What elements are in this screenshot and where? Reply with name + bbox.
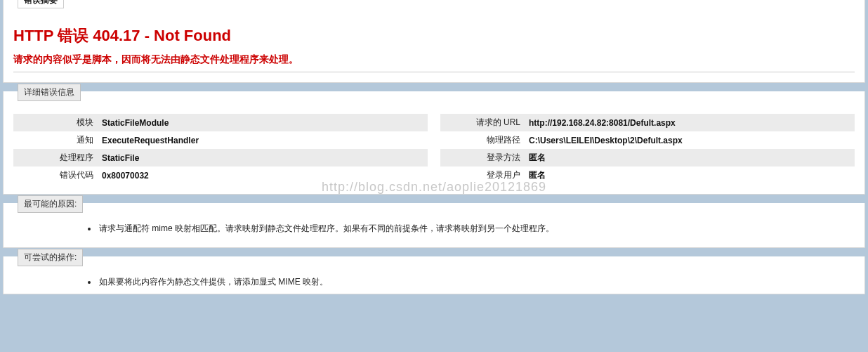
value-notification: ExecuteRequestHandler (98, 131, 428, 149)
label-login-method: 登录方法 (440, 149, 525, 167)
label-errcode: 错误代码 (13, 167, 98, 184)
table-row: 模块StaticFileModule (13, 114, 428, 131)
value-handler: StaticFile (98, 149, 428, 167)
list-item: 请求与通配符 mime 映射相匹配。请求映射到静态文件处理程序。如果有不同的前提… (98, 223, 855, 235)
table-row: 登录方法匿名 (440, 149, 855, 167)
table-row: 物理路径C:\Users\LEILEI\Desktop\2\Defult.asp… (440, 131, 855, 149)
causes-list: 请求与通配符 mime 映射相匹配。请求映射到静态文件处理程序。如果有不同的前提… (13, 223, 855, 235)
actions-list: 如果要将此内容作为静态文件提供，请添加显式 MIME 映射。 (13, 276, 855, 288)
causes-section: 最可能的原因: 请求与通配符 mime 映射相匹配。请求映射到静态文件处理程序。… (3, 203, 865, 248)
label-handler: 处理程序 (13, 149, 98, 167)
actions-legend: 可尝试的操作: (18, 249, 83, 266)
detail-section: 详细错误信息 模块StaticFileModule 通知ExecuteReque… (3, 91, 865, 195)
error-subtitle: 请求的内容似乎是脚本，因而将无法由静态文件处理程序来处理。 (13, 53, 855, 66)
label-notification: 通知 (13, 131, 98, 149)
table-row: 错误代码0x80070032 (13, 167, 428, 184)
table-row: 请求的 URLhttp://192.168.24.82:8081/Defult.… (440, 114, 855, 131)
divider (13, 72, 855, 72)
actions-section: 可尝试的操作: 如果要将此内容作为静态文件提供，请添加显式 MIME 映射。 (3, 256, 865, 294)
label-module: 模块 (13, 114, 98, 131)
value-login-method: 匿名 (525, 149, 855, 167)
label-path: 物理路径 (440, 131, 525, 149)
error-title: HTTP 错误 404.17 - Not Found (13, 25, 855, 46)
table-row: 处理程序StaticFile (13, 149, 428, 167)
table-row: 登录用户匿名 (440, 167, 855, 184)
value-path: C:\Users\LEILEI\Desktop\2\Defult.aspx (525, 131, 855, 149)
summary-legend: 错误摘要 (18, 0, 64, 8)
detail-table-left: 模块StaticFileModule 通知ExecuteRequestHandl… (13, 114, 428, 184)
value-module: StaticFileModule (98, 114, 428, 131)
value-errcode: 0x80070032 (98, 167, 428, 184)
causes-legend: 最可能的原因: (18, 195, 83, 213)
table-row: 通知ExecuteRequestHandler (13, 131, 428, 149)
label-url: 请求的 URL (440, 114, 525, 131)
value-login-user: 匿名 (525, 167, 855, 184)
detail-table-right: 请求的 URLhttp://192.168.24.82:8081/Defult.… (440, 114, 855, 184)
value-url: http://192.168.24.82:8081/Defult.aspx (525, 114, 855, 131)
error-summary-section: 错误摘要 HTTP 错误 404.17 - Not Found 请求的内容似乎是… (3, 0, 865, 83)
detail-legend: 详细错误信息 (18, 84, 81, 101)
label-login-user: 登录用户 (440, 167, 525, 184)
list-item: 如果要将此内容作为静态文件提供，请添加显式 MIME 映射。 (98, 276, 855, 288)
